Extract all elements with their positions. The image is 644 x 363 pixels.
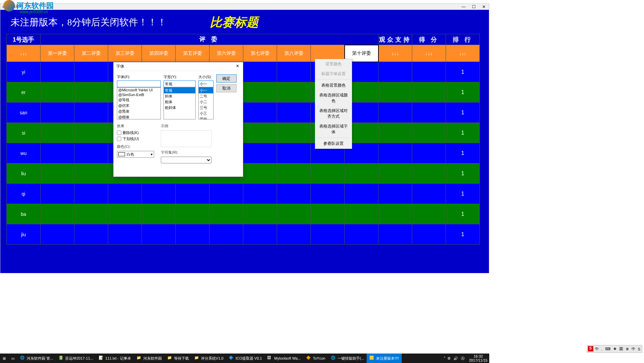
menu-item[interactable]: 标题字体设置 — [315, 69, 352, 79]
taskbar-item[interactable]: 📁河东软件园 — [134, 354, 165, 363]
score-cell[interactable] — [41, 224, 74, 245]
contestant-name[interactable]: ba — [7, 204, 41, 224]
audience-cell[interactable] — [378, 204, 412, 224]
ime-logo-icon[interactable]: S — [588, 346, 593, 351]
score-cell[interactable] — [243, 103, 277, 123]
audience-cell[interactable] — [378, 82, 412, 103]
underline-checkbox[interactable]: 下划线(U) — [117, 136, 154, 141]
score-cell[interactable] — [41, 82, 74, 103]
contestant-name[interactable]: liu — [7, 163, 41, 184]
rank-cell[interactable]: 1 — [446, 224, 480, 245]
color-select[interactable]: 白色 ▾ — [117, 151, 154, 158]
score-cell[interactable] — [277, 163, 311, 184]
menu-item[interactable]: 背景颜色 — [315, 59, 352, 69]
rank-cell[interactable]: 1 — [446, 82, 480, 103]
rank-cell[interactable]: 1 — [446, 62, 480, 82]
strikeout-checkbox[interactable]: 删除线(K) — [117, 130, 154, 135]
score-cell[interactable] — [209, 184, 243, 204]
score-cell[interactable] — [176, 204, 209, 224]
size-option[interactable]: 三号 — [199, 105, 213, 111]
ime-button[interactable]: ⊕ — [625, 346, 630, 352]
taskbar-item[interactable]: 🌐河东软件园 管... — [17, 354, 56, 363]
task-view-button[interactable]: ▭ — [8, 354, 17, 363]
size-input[interactable] — [198, 81, 214, 87]
maximize-button[interactable]: ☐ — [469, 4, 479, 10]
taskbar-item[interactable]: 📁评分系统V1.0 — [192, 354, 226, 363]
size-list[interactable]: 小一二号小二三号小三四号小四 — [198, 87, 214, 119]
score-cell[interactable] — [108, 224, 142, 245]
score-cell[interactable] — [41, 184, 74, 204]
total-score-cell[interactable] — [412, 103, 446, 123]
ime-button[interactable]: . — [600, 346, 603, 352]
contestant-name[interactable]: san — [7, 103, 41, 123]
ime-button[interactable]: S — [637, 346, 641, 352]
score-cell[interactable] — [41, 123, 74, 143]
ok-button[interactable]: 确定 — [216, 74, 237, 83]
score-cell[interactable] — [74, 224, 108, 245]
ime-button[interactable]: ❖ — [612, 346, 618, 352]
total-score-cell[interactable] — [412, 184, 446, 204]
context-menu[interactable]: 背景颜色标题字体设置表格背景颜色表格选择区域颜色表格选择区域对齐方式表格选择区域… — [315, 59, 352, 149]
score-cell[interactable] — [311, 163, 345, 184]
score-cell[interactable] — [311, 184, 345, 204]
judge-col-5[interactable]: 第五评委 — [176, 45, 209, 62]
score-cell[interactable] — [243, 184, 277, 204]
total-score-cell[interactable] — [412, 143, 446, 163]
total-score-cell[interactable] — [412, 224, 446, 245]
font-option[interactable]: @SimSun-ExtB — [117, 92, 160, 97]
menu-item[interactable]: 表格选择区域颜色 — [315, 90, 352, 106]
score-cell[interactable] — [277, 103, 311, 123]
start-button[interactable]: ⊞ — [0, 354, 8, 363]
menu-item[interactable]: 表格选择区域字体 — [315, 121, 352, 137]
score-cell[interactable] — [243, 82, 277, 103]
taskbar-item[interactable]: 🟨未注册版本!!!! — [367, 354, 401, 363]
contestant-name[interactable]: yi — [7, 62, 41, 82]
taskbar-item[interactable]: 🔶ToYcon — [303, 354, 328, 363]
style-option[interactable]: 斜体 — [164, 93, 195, 99]
size-option[interactable]: 四号 — [199, 116, 213, 119]
font-option[interactable]: @仿宋 — [117, 103, 160, 109]
audience-cell[interactable] — [378, 143, 412, 163]
score-cell[interactable] — [311, 224, 345, 245]
taskbar-item[interactable]: 🌐一键排版助手(... — [328, 354, 367, 363]
score-cell[interactable] — [243, 224, 277, 245]
audience-cell[interactable] — [378, 62, 412, 82]
score-cell[interactable] — [277, 184, 311, 204]
contestant-name[interactable]: er — [7, 82, 41, 103]
score-cell[interactable] — [142, 204, 176, 224]
score-cell[interactable] — [41, 204, 74, 224]
font-dialog[interactable]: 字体 ✕ 字体(F): @Microsoft YaHei UI@SimSun-E… — [113, 62, 243, 177]
score-cell[interactable] — [74, 62, 108, 82]
score-cell[interactable] — [74, 184, 108, 204]
taskbar-item[interactable]: 📗苏远坤2017-11... — [56, 354, 96, 363]
score-cell[interactable] — [277, 123, 311, 143]
style-option[interactable]: 常规 — [164, 88, 195, 93]
size-option[interactable]: 小一 — [199, 88, 213, 93]
rank-cell[interactable]: 1 — [446, 143, 480, 163]
score-cell[interactable] — [142, 224, 176, 245]
score-cell[interactable] — [311, 204, 345, 224]
audience-cell[interactable] — [378, 224, 412, 245]
taskbar-item[interactable]: 🔷ICO提取器 V0.1 — [226, 354, 265, 363]
score-cell[interactable] — [108, 204, 142, 224]
score-cell[interactable] — [74, 123, 108, 143]
system-tray[interactable]: ˄ ⚙ 🔊 Ⓐ 16:32 2017/11/15 — [444, 354, 489, 362]
score-cell[interactable] — [345, 184, 378, 204]
total-score-cell[interactable] — [412, 123, 446, 143]
rank-cell[interactable]: 1 — [446, 163, 480, 184]
score-cell[interactable] — [209, 204, 243, 224]
score-cell[interactable] — [41, 143, 74, 163]
sort-arrows[interactable]: ↓↓↓ — [446, 45, 480, 62]
score-cell[interactable] — [41, 62, 74, 82]
table-row[interactable]: qi1 — [7, 184, 480, 204]
tray-up-icon[interactable]: ˄ — [444, 356, 446, 361]
score-cell[interactable] — [176, 224, 209, 245]
score-cell[interactable] — [243, 204, 277, 224]
ime-button[interactable]: 中 — [630, 346, 636, 352]
score-cell[interactable] — [74, 143, 108, 163]
font-option[interactable]: @楷体 — [117, 114, 160, 119]
judge-col-1[interactable]: 第一评委 — [41, 45, 74, 62]
score-cell[interactable] — [74, 103, 108, 123]
score-cell[interactable] — [243, 143, 277, 163]
style-option[interactable]: 粗斜体 — [164, 105, 195, 111]
